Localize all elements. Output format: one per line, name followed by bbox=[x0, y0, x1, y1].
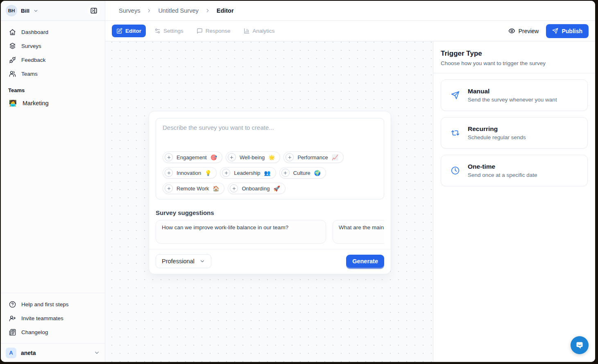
send-icon bbox=[451, 91, 460, 99]
sidebar-item-label: Surveys bbox=[21, 43, 41, 49]
chevron-down-icon bbox=[199, 258, 205, 264]
chip-emoji: 🚀 bbox=[273, 185, 280, 192]
sidebar-item-surveys[interactable]: Surveys bbox=[6, 39, 100, 53]
sidebar-item-help[interactable]: Help and first steps bbox=[6, 297, 100, 311]
plus-icon bbox=[165, 184, 173, 192]
sidebar-item-feedback[interactable]: Feedback bbox=[6, 53, 100, 67]
chip-emoji: 🌟 bbox=[268, 154, 275, 161]
trigger-option-one-time[interactable]: One-time Send once at a specific date bbox=[441, 155, 588, 186]
chip-emoji: 📈 bbox=[332, 154, 338, 161]
chat-bubble-icon bbox=[575, 340, 584, 350]
chip-emoji: 👥 bbox=[264, 170, 271, 176]
sidebar-team-marketing[interactable]: 🧑‍💻 Marketing bbox=[1, 95, 105, 111]
team-emoji: 🧑‍💻 bbox=[9, 99, 16, 107]
topic-chip-culture[interactable]: Culture 🌍 bbox=[279, 167, 326, 179]
panel-right-icon bbox=[90, 7, 97, 14]
panel-title: Trigger Type bbox=[441, 50, 588, 58]
trigger-option-title: Manual bbox=[468, 88, 557, 95]
tab-settings[interactable]: Settings bbox=[150, 25, 188, 37]
generate-button[interactable]: Generate bbox=[346, 255, 384, 268]
team-label: Marketing bbox=[23, 100, 49, 106]
sidebar-item-label: Invite teammates bbox=[21, 315, 63, 321]
sidebar-item-invite[interactable]: Invite teammates bbox=[6, 311, 100, 325]
workspace-switcher[interactable]: BH Bill bbox=[1, 1, 105, 21]
workspace-name: Bill bbox=[21, 8, 29, 14]
plus-icon bbox=[165, 153, 173, 161]
repeat-icon bbox=[451, 129, 460, 137]
unplug-icon bbox=[9, 57, 16, 63]
sliders-icon bbox=[154, 28, 161, 34]
send-icon bbox=[552, 28, 558, 34]
publish-button[interactable]: Publish bbox=[546, 24, 589, 38]
plus-icon bbox=[222, 169, 230, 177]
suggestion-card[interactable]: What are the main ob bbox=[333, 220, 384, 244]
user-menu[interactable]: A aneta bbox=[1, 343, 105, 362]
chevron-right-icon bbox=[205, 8, 211, 14]
newspaper-icon bbox=[9, 329, 16, 336]
sidebar-item-label: Feedback bbox=[21, 57, 45, 63]
suggestions-title: Survey suggestions bbox=[156, 209, 384, 216]
tab-response[interactable]: Response bbox=[192, 25, 235, 37]
tab-editor[interactable]: Editor bbox=[112, 25, 146, 37]
plus-icon bbox=[165, 169, 173, 177]
prompt-placeholder: Describe the survey you want to create..… bbox=[163, 124, 377, 131]
chip-label: Innovation bbox=[177, 170, 201, 176]
sidebar-item-dashboard[interactable]: Dashboard bbox=[6, 25, 100, 39]
editor-canvas[interactable]: Describe the survey you want to create..… bbox=[105, 41, 433, 362]
chat-launcher-button[interactable] bbox=[571, 336, 589, 354]
topic-chip-remote-work[interactable]: Remote Work 🏠 bbox=[163, 183, 224, 194]
trigger-option-title: One-time bbox=[468, 163, 537, 170]
bar-chart-icon bbox=[244, 28, 250, 34]
tab-analytics[interactable]: Analytics bbox=[239, 25, 279, 37]
sidebar-item-changelog[interactable]: Changelog bbox=[6, 325, 100, 339]
breadcrumb-untitled-survey[interactable]: Untitled Survey bbox=[158, 7, 198, 14]
trigger-option-description: Send once at a specific date bbox=[468, 172, 537, 178]
suggestions-row: How can we improve work-life balance in … bbox=[156, 220, 384, 244]
topic-chip-leadership[interactable]: Leadership 👥 bbox=[220, 167, 276, 179]
trigger-option-recurring[interactable]: Recurring Schedule regular sends bbox=[441, 117, 588, 149]
sidebar-item-label: Teams bbox=[21, 71, 38, 77]
plus-icon bbox=[281, 169, 290, 177]
tone-select[interactable]: Professional bbox=[156, 254, 211, 268]
main-area: Surveys Untitled Survey Editor Editor Se… bbox=[105, 1, 595, 362]
clock-icon bbox=[451, 166, 460, 175]
sidebar-collapse-button[interactable] bbox=[88, 5, 100, 17]
topic-chip-well-being[interactable]: Well-being 🌟 bbox=[226, 151, 280, 163]
sidebar-item-label: Dashboard bbox=[21, 29, 48, 35]
survey-prompt-input[interactable]: Describe the survey you want to create..… bbox=[156, 118, 384, 199]
trigger-option-manual[interactable]: Manual Send the survey whenever you want bbox=[441, 79, 588, 111]
topic-chip-performance[interactable]: Performance 📈 bbox=[283, 151, 344, 163]
plus-icon bbox=[285, 153, 294, 161]
trigger-option-title: Recurring bbox=[468, 125, 526, 133]
workspace-avatar: BH bbox=[6, 5, 17, 16]
panel-subtitle: Choose how you want to trigger the surve… bbox=[441, 60, 588, 66]
preview-label: Preview bbox=[519, 28, 539, 34]
user-avatar: A bbox=[6, 348, 16, 358]
home-icon bbox=[9, 29, 16, 36]
breadcrumb-surveys[interactable]: Surveys bbox=[119, 7, 140, 14]
sidebar-nav: Dashboard Surveys Feedback Teams bbox=[1, 21, 105, 81]
plus-icon bbox=[228, 153, 236, 161]
topic-chip-onboarding[interactable]: Onboarding 🚀 bbox=[228, 183, 285, 194]
app-window: BH Bill Dashboard Surveys Feedback bbox=[1, 1, 595, 362]
chip-emoji: 🌍 bbox=[314, 170, 321, 176]
chip-label: Performance bbox=[297, 154, 328, 161]
chip-label: Remote Work bbox=[177, 185, 209, 192]
tab-label: Settings bbox=[163, 28, 183, 34]
topic-chip-innovation[interactable]: Innovation 💡 bbox=[163, 167, 217, 179]
chevron-down-icon bbox=[33, 8, 39, 14]
layers-icon bbox=[9, 43, 16, 50]
chevron-down-icon bbox=[94, 350, 100, 356]
trigger-option-description: Send the survey whenever you want bbox=[468, 97, 557, 103]
preview-button[interactable]: Preview bbox=[508, 27, 539, 34]
topic-chip-engagement[interactable]: Engagement 🎯 bbox=[163, 151, 222, 163]
chip-emoji: 🏠 bbox=[213, 185, 219, 192]
suggestion-card[interactable]: How can we improve work-life balance in … bbox=[156, 220, 326, 244]
chip-label: Leadership bbox=[234, 170, 260, 176]
eye-icon bbox=[508, 27, 515, 34]
sidebar-item-teams[interactable]: Teams bbox=[6, 67, 100, 81]
topic-chips: Engagement 🎯 Well-being 🌟 bbox=[163, 151, 377, 194]
sidebar-item-label: Changelog bbox=[21, 329, 48, 335]
chip-label: Onboarding bbox=[242, 185, 270, 192]
tab-label: Response bbox=[206, 28, 231, 34]
